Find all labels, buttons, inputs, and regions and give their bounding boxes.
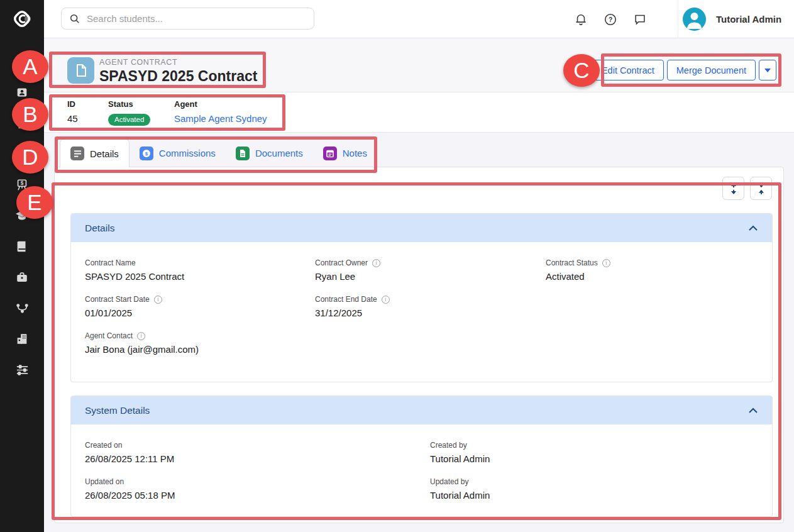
details-panel: Details Contract Name SPASYD 2025 Contra… bbox=[54, 167, 784, 523]
panel-toolbar bbox=[722, 177, 772, 200]
tab-documents[interactable]: Documents bbox=[226, 139, 313, 167]
chat-icon[interactable] bbox=[632, 11, 648, 28]
entity-type-label: AGENT CONTRACT bbox=[99, 58, 177, 67]
tab-label: Notes bbox=[343, 148, 367, 158]
field-contract-end-date: Contract End Datei 31/12/2025 bbox=[315, 295, 546, 318]
info-icon[interactable]: i bbox=[382, 296, 390, 304]
tab-label: Details bbox=[90, 148, 119, 159]
expand-all-button[interactable] bbox=[722, 177, 744, 200]
summary-row: ID 45 Status Activated Agent Sample Agen… bbox=[44, 92, 794, 133]
svg-text:?: ? bbox=[609, 16, 612, 23]
tab-label: Commissions bbox=[159, 148, 216, 158]
system-details-card: System Details Created on 26/08/2025 12:… bbox=[70, 396, 773, 517]
main-content: Details $ Commissions Documents Notes bbox=[44, 133, 794, 532]
more-actions-button[interactable] bbox=[759, 60, 776, 80]
field-contract-status: Contract Statusi Activated bbox=[546, 258, 758, 282]
header-actions: Edit Contract Merge Document bbox=[592, 60, 776, 80]
summary-status: Status Activated bbox=[108, 99, 150, 126]
field-agent-contact: Agent Contacti Jair Bona (jair@gmail.com… bbox=[85, 331, 315, 355]
id-label: ID bbox=[67, 99, 78, 109]
search-box[interactable] bbox=[61, 8, 314, 30]
field-contract-start-date: Contract Start Datei 01/01/2025 bbox=[85, 295, 315, 318]
agent-label: Agent bbox=[174, 99, 267, 109]
sidebar: $ bbox=[0, 0, 44, 532]
user-name: Tutorial Admin bbox=[716, 14, 781, 25]
id-value: 45 bbox=[67, 113, 78, 124]
sidebar-item-agents-icon[interactable] bbox=[14, 301, 30, 316]
edit-contract-button[interactable]: Edit Contract bbox=[592, 60, 664, 80]
svg-text:$: $ bbox=[145, 151, 148, 157]
field-updated-by: Updated by Tutorial Admin bbox=[430, 477, 758, 501]
sidebar-item-settings-icon[interactable] bbox=[14, 362, 30, 377]
status-label: Status bbox=[108, 99, 150, 109]
info-icon[interactable]: i bbox=[154, 296, 162, 304]
field-created-by: Created by Tutorial Admin bbox=[430, 441, 758, 464]
summary-id: ID 45 bbox=[67, 99, 78, 124]
system-card-body: Created on 26/08/2025 12:11 PM Created b… bbox=[71, 424, 772, 514]
system-card-header[interactable]: System Details bbox=[71, 396, 772, 424]
app-window: $ bbox=[0, 0, 794, 532]
info-icon[interactable]: i bbox=[602, 259, 610, 267]
info-icon[interactable]: i bbox=[137, 332, 145, 340]
field-spacer bbox=[546, 295, 758, 318]
help-icon[interactable]: ? bbox=[602, 11, 619, 28]
status-badge: Activated bbox=[108, 114, 150, 126]
documents-tab-icon bbox=[236, 147, 250, 160]
field-created-on: Created on 26/08/2025 12:11 PM bbox=[85, 441, 430, 464]
card-title: Details bbox=[85, 223, 114, 234]
tab-details[interactable]: Details bbox=[60, 139, 130, 167]
entity-header: AGENT CONTRACT SPASYD 2025 Contract Edit… bbox=[44, 38, 794, 92]
details-tab-icon bbox=[70, 147, 84, 160]
topbar: ? Tutorial Admin bbox=[44, 0, 794, 38]
commissions-tab-icon: $ bbox=[140, 147, 153, 160]
field-updated-on: Updated on 26/08/2025 05:18 PM bbox=[85, 477, 430, 501]
tab-bar: Details $ Commissions Documents Notes bbox=[60, 139, 377, 167]
card-title: System Details bbox=[85, 405, 150, 416]
app-logo-icon[interactable] bbox=[9, 6, 35, 32]
sidebar-item-finance-icon[interactable]: $ bbox=[14, 177, 30, 192]
page-title: SPASYD 2025 Contract bbox=[99, 68, 257, 85]
search-input[interactable] bbox=[87, 13, 306, 24]
field-contract-owner: Contract Owneri Ryan Lee bbox=[315, 258, 546, 282]
details-card: Details Contract Name SPASYD 2025 Contra… bbox=[70, 213, 773, 382]
sidebar-item-contacts-icon[interactable] bbox=[14, 85, 30, 100]
tab-commissions[interactable]: $ Commissions bbox=[130, 139, 226, 167]
contract-document-icon bbox=[67, 57, 94, 84]
topbar-divider bbox=[678, 0, 678, 38]
chevron-up-icon[interactable] bbox=[748, 225, 758, 231]
details-card-header[interactable]: Details bbox=[71, 214, 772, 242]
info-icon[interactable]: i bbox=[372, 259, 380, 267]
sidebar-item-library-icon[interactable] bbox=[14, 239, 30, 254]
sidebar-item-organisations-icon[interactable] bbox=[14, 331, 30, 346]
details-card-body: Contract Name SPASYD 2025 Contract Contr… bbox=[71, 242, 772, 368]
notifications-bell-icon[interactable] bbox=[573, 11, 589, 28]
collapse-all-button[interactable] bbox=[750, 177, 772, 200]
merge-document-button[interactable]: Merge Document bbox=[667, 60, 756, 80]
summary-agent: Agent Sample Agent Sydney bbox=[174, 99, 267, 124]
sidebar-item-enquiries-icon[interactable] bbox=[14, 116, 30, 131]
user-menu[interactable]: Tutorial Admin bbox=[683, 0, 781, 38]
search-icon bbox=[69, 13, 80, 25]
tab-label: Documents bbox=[255, 148, 303, 158]
notes-tab-icon bbox=[323, 147, 337, 160]
sidebar-item-applications-icon[interactable] bbox=[14, 147, 30, 162]
svg-text:$: $ bbox=[21, 180, 24, 186]
agent-link[interactable]: Sample Agent Sydney bbox=[174, 113, 267, 124]
avatar bbox=[683, 8, 706, 31]
field-contract-name: Contract Name SPASYD 2025 Contract bbox=[85, 258, 315, 282]
chevron-up-icon[interactable] bbox=[748, 407, 758, 414]
sidebar-item-services-icon[interactable] bbox=[14, 270, 30, 285]
tab-notes[interactable]: Notes bbox=[313, 139, 377, 167]
sidebar-item-courses-icon[interactable] bbox=[14, 208, 30, 223]
caret-down-icon bbox=[764, 69, 771, 72]
